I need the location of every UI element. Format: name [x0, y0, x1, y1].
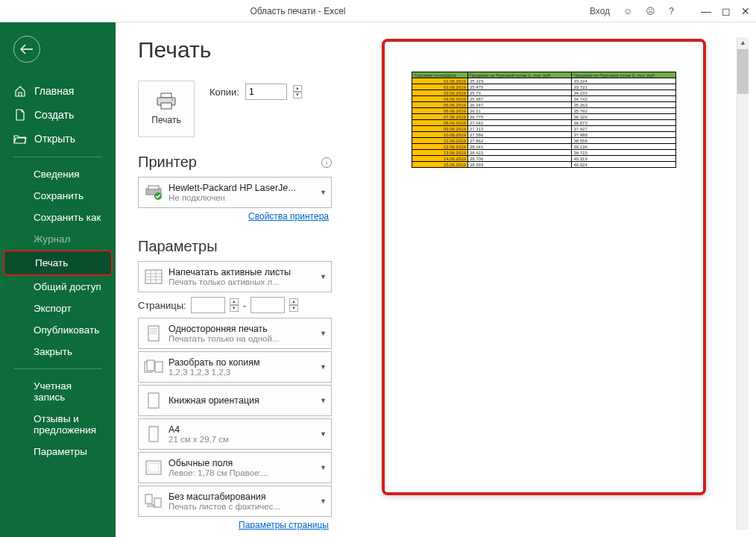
sidebar-label: Открыть	[34, 133, 75, 145]
svg-rect-0	[161, 93, 171, 98]
copies-label: Копии:	[210, 87, 239, 98]
separator	[13, 368, 102, 369]
page-setup-link[interactable]: Параметры страницы	[138, 520, 329, 530]
sidebar-item-feedback[interactable]: Отзывы и предложения	[0, 408, 116, 441]
document-icon	[13, 109, 27, 121]
sidebar-item-home[interactable]: Главная	[0, 79, 116, 103]
scale-icon: 100	[143, 494, 164, 509]
scaling-dropdown[interactable]: 100 Без масштабирования Печать листов с …	[138, 486, 332, 517]
sheets-icon	[143, 269, 164, 284]
titlebar: Область печати - Excel Вход ☺ ☹ ? ― ◻ ✕	[0, 0, 756, 22]
preview-area: Торговая точка/ДатаПродажи по Торговой т…	[339, 37, 749, 530]
collate-icon	[143, 359, 164, 374]
back-button[interactable]	[13, 36, 40, 63]
page-to-input[interactable]	[251, 297, 285, 313]
copies-input[interactable]	[245, 84, 287, 100]
sidebar-item-save[interactable]: Сохранить	[0, 185, 116, 207]
vertical-scrollbar[interactable]: ▲	[737, 37, 749, 530]
collate-dropdown[interactable]: Разобрать по копиям 1,2,3 1,2,3 1,2,3 ▼	[138, 351, 332, 383]
maximize-button[interactable]: ◻	[722, 5, 731, 17]
sidebar-item-export[interactable]: Экспорт	[0, 298, 116, 319]
sidebar-item-open[interactable]: Открыть	[0, 127, 116, 151]
login-link[interactable]: Вход	[590, 6, 610, 16]
print-settings-column: Печать Печать Копии: ▲▼	[138, 37, 332, 530]
sidebar-item-account[interactable]: Учетная запись	[0, 375, 116, 408]
page-to-spinner[interactable]: ▲▼	[289, 298, 298, 312]
page-single-icon	[143, 325, 164, 342]
svg-text:100: 100	[147, 503, 155, 508]
sad-icon[interactable]: ☹	[646, 6, 655, 16]
printer-name: Hewlett-Packard HP LaserJe...	[168, 183, 317, 193]
chevron-down-icon: ▼	[320, 189, 327, 196]
sidebar-item-create[interactable]: Создать	[0, 103, 116, 127]
help-icon[interactable]: ?	[669, 6, 674, 16]
sidebar-item-history: Журнал	[0, 228, 116, 250]
printer-status: Не подключен	[168, 193, 317, 202]
sidebar-label: Создать	[34, 109, 74, 121]
chevron-down-icon: ▼	[320, 273, 327, 280]
sidebar-item-print[interactable]: Печать	[3, 250, 113, 276]
sidebar: Главная Создать Открыть Сведения Сохрани…	[0, 22, 116, 537]
printer-icon	[156, 92, 177, 110]
svg-rect-2	[161, 103, 171, 109]
pages-label: Страницы:	[138, 300, 186, 311]
margins-dropdown[interactable]: Обычные поля Левое: 1,78 см Правое:... ▼	[138, 452, 332, 483]
svg-rect-10	[147, 360, 154, 371]
margins-icon	[143, 460, 164, 475]
chevron-down-icon: ▼	[320, 397, 327, 404]
scroll-up-icon[interactable]: ▲	[737, 37, 749, 48]
print-preview: Торговая точка/ДатаПродажи по Торговой т…	[382, 39, 706, 495]
chevron-down-icon: ▼	[320, 363, 327, 371]
copies-spinner[interactable]: ▲▼	[293, 85, 302, 98]
info-icon[interactable]: i	[321, 157, 332, 168]
folder-open-icon	[13, 134, 27, 144]
sidebar-label: Главная	[34, 85, 74, 97]
printer-properties-link[interactable]: Свойства принтера	[138, 211, 329, 222]
chevron-down-icon: ▼	[320, 330, 327, 337]
svg-rect-17	[154, 498, 161, 507]
sidebar-item-options[interactable]: Параметры	[0, 441, 116, 462]
arrow-left-icon	[20, 44, 34, 54]
sidebar-item-info[interactable]: Сведения	[0, 163, 116, 185]
page-from-spinner[interactable]: ▲▼	[230, 298, 239, 312]
home-icon	[13, 85, 27, 97]
printer-dropdown[interactable]: Hewlett-Packard HP LaserJe... Не подключ…	[138, 177, 332, 208]
minimize-button[interactable]: ―	[701, 5, 711, 17]
sidebar-item-publish[interactable]: Опубликовать	[0, 319, 116, 341]
sidebar-item-share[interactable]: Общий доступ	[0, 276, 116, 298]
printer-status-icon	[143, 185, 164, 200]
svg-rect-13	[149, 427, 158, 442]
main: Главная Создать Открыть Сведения Сохрани…	[0, 22, 756, 537]
sidebar-item-close[interactable]: Закрыть	[0, 341, 116, 362]
print-button[interactable]: Печать	[138, 81, 195, 137]
separator	[13, 157, 102, 157]
page-size-icon	[143, 426, 164, 442]
orientation-dropdown[interactable]: Книжная ориентация ▼	[138, 385, 332, 416]
svg-point-3	[171, 99, 173, 101]
close-button[interactable]: ✕	[741, 5, 750, 17]
preview-table: Торговая точка/ДатаПродажи по Торговой т…	[412, 72, 676, 168]
portrait-icon	[143, 392, 164, 409]
printer-section-title: Принтер	[138, 154, 197, 171]
page-from-input[interactable]	[191, 297, 225, 313]
chevron-down-icon: ▼	[320, 497, 327, 505]
chevron-down-icon: ▼	[320, 464, 327, 471]
print-range-dropdown[interactable]: Напечатать активные листы Печать только …	[138, 261, 332, 292]
print-button-label: Печать	[151, 115, 180, 125]
sidebar-item-saveas[interactable]: Сохранить как	[0, 207, 116, 228]
chevron-down-icon: ▼	[320, 430, 327, 438]
params-section-title: Параметры	[138, 238, 218, 255]
duplex-dropdown[interactable]: Односторонняя печать Печатать только на …	[138, 318, 332, 349]
svg-rect-12	[148, 393, 159, 408]
pages-separator: -	[243, 300, 246, 311]
svg-rect-16	[145, 494, 152, 503]
content: Печать Печать Копии: ▲▼	[116, 22, 756, 537]
scroll-thumb[interactable]	[737, 49, 749, 94]
page-title: Печать	[138, 37, 332, 63]
papersize-dropdown[interactable]: A4 21 см x 29,7 см ▼	[138, 418, 332, 450]
svg-rect-5	[148, 186, 159, 189]
window-title: Область печати - Excel	[6, 6, 590, 16]
happy-icon[interactable]: ☺	[623, 6, 632, 16]
svg-rect-11	[155, 362, 163, 372]
